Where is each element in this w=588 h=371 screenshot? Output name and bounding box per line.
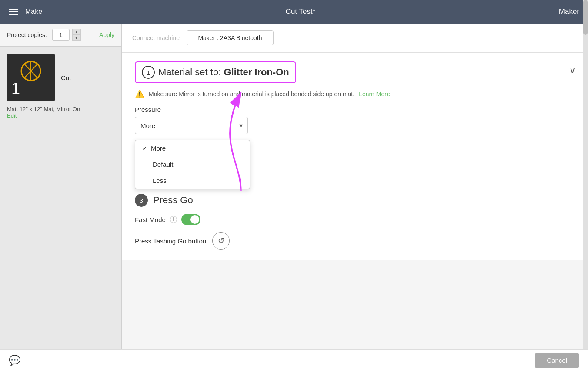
warning-row: ⚠️ Make sure Mirror is turned on and mat…	[135, 89, 575, 99]
section-1-header: 1 Material set to: Glitter Iron-On ∨	[135, 61, 575, 83]
section-3: 3 Press Go Fast Mode i Press flashing Go…	[122, 183, 588, 260]
press-go-row: Press flashing Go button. ↺	[135, 232, 575, 250]
cut-label: Cut	[61, 74, 71, 81]
edit-link[interactable]: Edit	[7, 112, 114, 119]
maker-label: Maker	[559, 7, 579, 16]
topbar: Make Cut Test* Maker	[0, 0, 588, 24]
chat-icon[interactable]: 💬	[9, 355, 20, 366]
mat-info: Mat, 12" x 12" Mat, Mirror On	[7, 106, 114, 112]
mat-row: 1 Cut	[7, 54, 114, 101]
section-1-title: Material set to: Glitter Iron-On	[158, 67, 289, 78]
project-copies-label: Project copies:	[7, 31, 47, 38]
cancel-button[interactable]: Cancel	[535, 353, 579, 368]
collapse-button[interactable]: ∨	[569, 65, 576, 75]
copies-stepper: ▲ ▼	[72, 29, 81, 41]
pressure-select-wrapper: More Default Less ▾	[135, 117, 248, 134]
check-icon: ✓	[142, 145, 147, 152]
sidebar: Project copies: 1 ▲ ▼ Apply	[0, 24, 122, 349]
info-icon: i	[170, 216, 177, 223]
main-layout: Project copies: 1 ▲ ▼ Apply	[0, 24, 588, 349]
pressure-dropdown: ✓ More Default Less	[135, 140, 250, 189]
dropdown-item-less[interactable]: Less	[135, 172, 250, 189]
step-3-circle: 3	[135, 194, 148, 207]
section-1: 1 Material set to: Glitter Iron-On ∨ ⚠️ …	[122, 53, 588, 143]
toggle-knob	[190, 215, 199, 224]
warning-icon: ⚠️	[135, 89, 144, 99]
content-area: Connect machine Maker : 2A3A Bluetooth 1…	[122, 24, 588, 349]
warning-text: Make sure Mirror is turned on and materi…	[149, 91, 354, 98]
connect-bar: Connect machine Maker : 2A3A Bluetooth	[122, 24, 588, 53]
topbar-left: Make	[9, 8, 42, 16]
apply-button[interactable]: Apply	[99, 31, 114, 38]
sidebar-top: Project copies: 1 ▲ ▼ Apply	[0, 24, 121, 47]
hamburger-icon[interactable]	[9, 9, 18, 15]
scrollbar-thumb[interactable]	[583, 0, 588, 35]
sidebar-content: 1 Cut Mat, 12" x 12" Mat, Mirror On Edit	[0, 47, 121, 349]
step-1-circle: 1	[142, 66, 155, 79]
mat-number: 1	[11, 80, 20, 98]
dropdown-item-more[interactable]: ✓ More	[135, 140, 250, 156]
fast-mode-toggle[interactable]	[181, 214, 200, 225]
copies-control: 1 ▲ ▼	[52, 29, 81, 41]
fast-mode-label: Fast Mode	[135, 216, 166, 223]
dropdown-item-default[interactable]: Default	[135, 156, 250, 172]
connect-label: Connect machine	[132, 34, 180, 41]
pressure-select[interactable]: More Default Less	[135, 117, 248, 134]
material-name: Glitter Iron-On	[224, 67, 289, 78]
copies-down-btn[interactable]: ▼	[72, 35, 81, 41]
section-3-header: 3 Press Go	[135, 194, 575, 207]
section-3-title: Press Go	[153, 195, 193, 206]
copies-up-btn[interactable]: ▲	[72, 29, 81, 35]
learn-more-link[interactable]: Learn More	[359, 91, 390, 98]
scrollbar-track[interactable]	[583, 0, 588, 371]
material-box: 1 Material set to: Glitter Iron-On	[135, 61, 296, 83]
press-go-label: Press flashing Go button.	[135, 237, 208, 245]
copies-input[interactable]: 1	[52, 29, 70, 41]
app-title: Cut Test*	[286, 7, 316, 16]
make-label: Make	[25, 8, 42, 16]
fast-mode-row: Fast Mode i	[135, 214, 575, 225]
bottom-bar: 💬 Cancel	[0, 349, 588, 371]
pressure-label: Pressure	[135, 106, 575, 113]
machine-button[interactable]: Maker : 2A3A Bluetooth	[187, 30, 274, 45]
go-button-circle[interactable]: ↺	[212, 232, 230, 250]
mat-thumbnail: 1	[7, 54, 55, 101]
